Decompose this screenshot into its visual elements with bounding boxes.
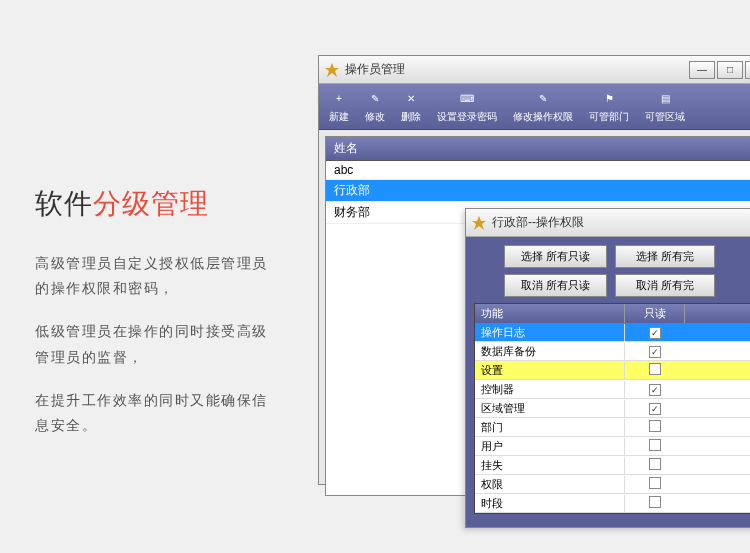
main-titlebar[interactable]: 操作员管理 — □ ✕ [319,56,750,84]
toolbar-edit-label: 修改 [365,110,385,124]
marketing-p3: 在提升工作效率的同时又能确保信息安全。 [35,388,275,438]
title-part-2: 分级管理 [93,188,209,219]
x-icon: ✕ [402,90,420,108]
readonly-checkbox[interactable]: ✓ [649,384,661,396]
title-part-1: 软件 [35,188,93,219]
permission-row[interactable]: 挂失 [475,456,750,475]
permission-row[interactable]: 部门 [475,418,750,437]
button-row-2: 取消 所有只读 取消 所有完 [474,274,750,297]
permission-label: 操作日志 [475,324,625,341]
app-icon [325,63,339,77]
dialog-titlebar[interactable]: 行政部--操作权限 [466,209,750,237]
deselect-all-readonly-button[interactable]: 取消 所有只读 [504,274,607,297]
toolbar-new-label: 新建 [329,110,349,124]
keyboard-icon: ⌨ [458,90,476,108]
permission-row[interactable]: 时段 [475,494,750,513]
marketing-title: 软件分级管理 [35,185,275,223]
toolbar-edit[interactable]: ✎修改 [359,88,391,126]
permission-label: 挂失 [475,457,625,474]
permission-label: 区域管理 [475,400,625,417]
pencil-icon: ✎ [366,90,384,108]
header-function[interactable]: 功能 [475,304,625,323]
list-header-name[interactable]: 姓名 [326,137,750,161]
permission-row[interactable]: 区域管理✓ [475,399,750,418]
button-row-1: 选择 所有只读 选择 所有完 [474,245,750,268]
minimize-button[interactable]: — [689,61,715,79]
list-row[interactable]: 行政部 [326,180,750,202]
permission-row[interactable]: 用户 [475,437,750,456]
select-all-full-button[interactable]: 选择 所有完 [615,245,715,268]
permission-label: 权限 [475,476,625,493]
readonly-checkbox[interactable] [649,496,661,508]
permission-label: 设置 [475,362,625,379]
readonly-checkbox[interactable] [649,458,661,470]
permission-row[interactable]: 设置 [475,361,750,380]
marketing-panel: 软件分级管理 高级管理员自定义授权低层管理员的操作权限和密码， 低级管理员在操作… [35,185,275,456]
permission-dialog: 行政部--操作权限 选择 所有只读 选择 所有完 取消 所有只读 取消 所有完 … [465,208,750,528]
permission-label: 用户 [475,438,625,455]
permission-table-header: 功能 只读 [475,304,750,323]
readonly-checkbox[interactable]: ✓ [649,346,661,358]
dialog-title: 行政部--操作权限 [492,214,584,231]
dialog-body: 选择 所有只读 选择 所有完 取消 所有只读 取消 所有完 功能 只读 操作日志… [466,237,750,527]
maximize-button[interactable]: □ [717,61,743,79]
permission-row[interactable]: 权限 [475,475,750,494]
permission-table: 功能 只读 操作日志✓数据库备份✓设置控制器✓区域管理✓部门用户挂失权限时段 [474,303,750,514]
toolbar-departments-label: 可管部门 [589,110,629,124]
deselect-all-full-button[interactable]: 取消 所有完 [615,274,715,297]
permission-row[interactable]: 控制器✓ [475,380,750,399]
close-button[interactable]: ✕ [745,61,750,79]
toolbar-delete[interactable]: ✕删除 [395,88,427,126]
permission-checkbox-cell: ✓ [625,382,685,397]
marketing-p1: 高级管理员自定义授权低层管理员的操作权限和密码， [35,251,275,301]
toolbar-regions[interactable]: ▤可管区域 [639,88,691,126]
plus-icon: + [330,90,348,108]
permission-row[interactable]: 数据库备份✓ [475,342,750,361]
permission-checkbox-cell [625,476,685,492]
toolbar-delete-label: 删除 [401,110,421,124]
permission-checkbox-cell: ✓ [625,325,685,340]
edit-perm-icon: ✎ [534,90,552,108]
readonly-checkbox[interactable] [649,477,661,489]
permission-checkbox-cell: ✓ [625,401,685,416]
header-readonly[interactable]: 只读 [625,304,685,323]
list-row[interactable]: abc [326,161,750,180]
select-all-readonly-button[interactable]: 选择 所有只读 [504,245,607,268]
permission-checkbox-cell [625,495,685,511]
permission-label: 控制器 [475,381,625,398]
toolbar-edit-permissions[interactable]: ✎修改操作权限 [507,88,579,126]
permission-label: 数据库备份 [475,343,625,360]
toolbar-set-password-label: 设置登录密码 [437,110,497,124]
permission-checkbox-cell: ✓ [625,344,685,359]
permission-checkbox-cell [625,438,685,454]
app-icon [472,216,486,230]
toolbar-regions-label: 可管区域 [645,110,685,124]
toolbar-edit-permissions-label: 修改操作权限 [513,110,573,124]
readonly-checkbox[interactable] [649,439,661,451]
readonly-checkbox[interactable]: ✓ [649,403,661,415]
main-toolbar: +新建 ✎修改 ✕删除 ⌨设置登录密码 ✎修改操作权限 ⚑可管部门 ▤可管区域 [319,84,750,130]
readonly-checkbox[interactable]: ✓ [649,327,661,339]
toolbar-set-password[interactable]: ⌨设置登录密码 [431,88,503,126]
marketing-p2: 低级管理员在操作的同时接受高级管理员的监督， [35,319,275,369]
permission-checkbox-cell [625,362,685,378]
readonly-checkbox[interactable] [649,420,661,432]
main-window-title: 操作员管理 [345,61,405,78]
permission-label: 部门 [475,419,625,436]
region-icon: ▤ [656,90,674,108]
dept-icon: ⚑ [600,90,618,108]
permission-label: 时段 [475,495,625,512]
toolbar-departments[interactable]: ⚑可管部门 [583,88,635,126]
permission-checkbox-cell [625,419,685,435]
permission-row[interactable]: 操作日志✓ [475,323,750,342]
toolbar-new[interactable]: +新建 [323,88,355,126]
permission-checkbox-cell [625,457,685,473]
readonly-checkbox[interactable] [649,363,661,375]
